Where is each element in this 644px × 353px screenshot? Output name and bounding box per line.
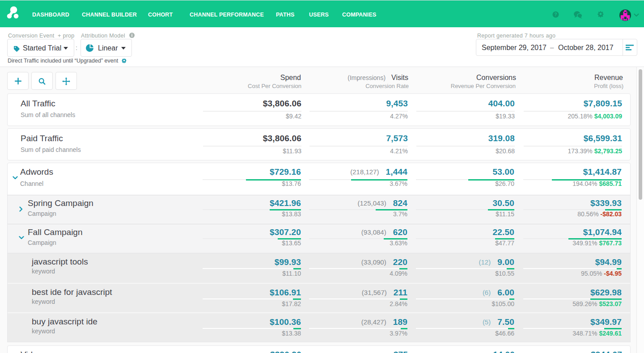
svg-text:?: ? bbox=[554, 12, 557, 17]
